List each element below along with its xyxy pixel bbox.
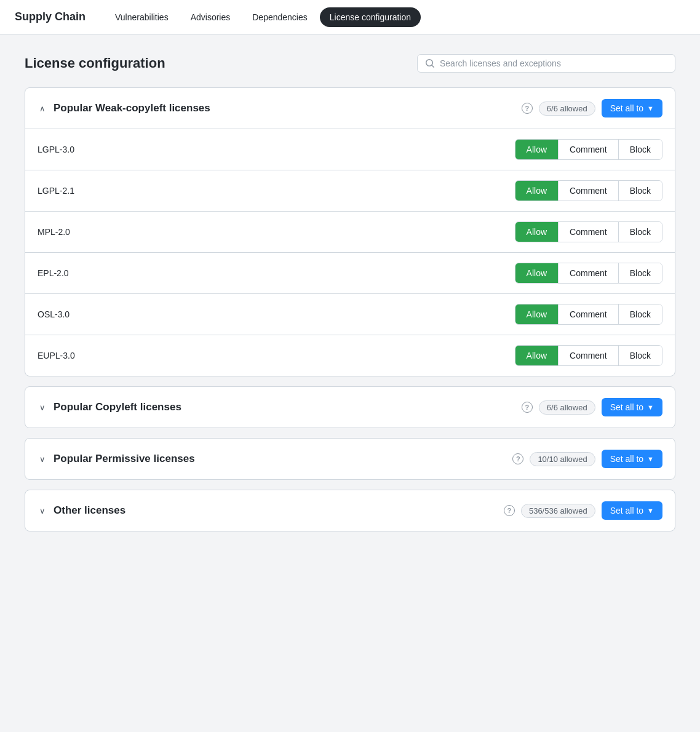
badge-permissive: 10/10 allowed bbox=[530, 452, 595, 466]
nav-link-dependencies[interactable]: Dependencies bbox=[242, 7, 317, 27]
help-icon-permissive[interactable]: ? bbox=[512, 453, 523, 464]
license-name: MPL-2.0 bbox=[38, 227, 70, 237]
action-group: AllowCommentBlock bbox=[515, 263, 662, 284]
comment-button[interactable]: Comment bbox=[559, 140, 619, 159]
chevron-down-icon[interactable]: ∨ bbox=[38, 455, 47, 464]
help-icon-copyleft[interactable]: ? bbox=[522, 402, 533, 413]
section-name-copyleft: Popular Copyleft licenses bbox=[54, 401, 515, 413]
section-card-copyleft: ∨Popular Copyleft licenses?6/6 allowedSe… bbox=[25, 386, 675, 428]
action-group: AllowCommentBlock bbox=[515, 221, 662, 242]
block-button[interactable]: Block bbox=[619, 346, 662, 365]
allow-button[interactable]: Allow bbox=[515, 346, 559, 365]
chevron-up-icon[interactable]: ∧ bbox=[38, 104, 47, 113]
dropdown-arrow-copyleft: ▼ bbox=[647, 404, 654, 411]
section-header-permissive: ∨Popular Permissive licenses?10/10 allow… bbox=[25, 439, 675, 479]
section-card-weak-copyleft: ∧Popular Weak-copyleft licenses?6/6 allo… bbox=[25, 87, 675, 376]
topbar: Supply Chain VulnerabilitiesAdvisoriesDe… bbox=[0, 0, 700, 34]
license-row: OSL-3.0AllowCommentBlock bbox=[25, 294, 675, 335]
page-header: License configuration bbox=[25, 54, 675, 73]
license-row: LGPL-2.1AllowCommentBlock bbox=[25, 170, 675, 212]
section-name-weak-copyleft: Popular Weak-copyleft licenses bbox=[54, 102, 515, 114]
chevron-down-icon[interactable]: ∨ bbox=[38, 506, 47, 515]
action-group: AllowCommentBlock bbox=[515, 345, 662, 366]
license-name: EUPL-3.0 bbox=[38, 351, 75, 360]
license-row: EPL-2.0AllowCommentBlock bbox=[25, 253, 675, 294]
search-input[interactable] bbox=[440, 58, 667, 68]
dropdown-arrow-permissive: ▼ bbox=[647, 455, 654, 463]
block-button[interactable]: Block bbox=[619, 263, 662, 283]
section-name-permissive: Popular Permissive licenses bbox=[54, 453, 506, 465]
comment-button[interactable]: Comment bbox=[559, 181, 619, 201]
block-button[interactable]: Block bbox=[619, 304, 662, 324]
badge-other: 536/536 allowed bbox=[521, 504, 595, 518]
allow-button[interactable]: Allow bbox=[515, 140, 559, 159]
search-icon bbox=[425, 58, 435, 68]
block-button[interactable]: Block bbox=[619, 181, 662, 201]
set-all-button-copyleft[interactable]: Set all to ▼ bbox=[602, 398, 662, 416]
block-button[interactable]: Block bbox=[619, 222, 662, 242]
license-row: MPL-2.0AllowCommentBlock bbox=[25, 212, 675, 253]
allow-button[interactable]: Allow bbox=[515, 181, 559, 201]
app-title: Supply Chain bbox=[15, 10, 86, 23]
page-container: License configuration ∧Popular Weak-copy… bbox=[0, 34, 700, 561]
section-header-copyleft: ∨Popular Copyleft licenses?6/6 allowedSe… bbox=[25, 387, 675, 428]
action-group: AllowCommentBlock bbox=[515, 139, 662, 160]
allow-button[interactable]: Allow bbox=[515, 222, 559, 242]
license-name: OSL-3.0 bbox=[38, 309, 70, 319]
section-header-other: ∨Other licenses?536/536 allowedSet all t… bbox=[25, 490, 675, 531]
comment-button[interactable]: Comment bbox=[559, 222, 619, 242]
license-name: LGPL-2.1 bbox=[38, 186, 74, 196]
nav-link-advisories[interactable]: Advisories bbox=[181, 7, 241, 27]
license-row: EUPL-3.0AllowCommentBlock bbox=[25, 335, 675, 376]
allow-button[interactable]: Allow bbox=[515, 304, 559, 324]
allow-button[interactable]: Allow bbox=[515, 263, 559, 283]
sections-container: ∧Popular Weak-copyleft licenses?6/6 allo… bbox=[25, 87, 675, 531]
help-icon-weak-copyleft[interactable]: ? bbox=[522, 103, 533, 114]
search-box bbox=[417, 54, 675, 73]
set-all-button-weak-copyleft[interactable]: Set all to ▼ bbox=[602, 99, 662, 117]
help-icon-other[interactable]: ? bbox=[504, 505, 515, 516]
section-card-permissive: ∨Popular Permissive licenses?10/10 allow… bbox=[25, 438, 675, 480]
dropdown-arrow-other: ▼ bbox=[647, 507, 654, 514]
section-header-weak-copyleft: ∧Popular Weak-copyleft licenses?6/6 allo… bbox=[25, 88, 675, 129]
license-row: LGPL-3.0AllowCommentBlock bbox=[25, 129, 675, 170]
license-name: LGPL-3.0 bbox=[38, 145, 74, 154]
comment-button[interactable]: Comment bbox=[559, 304, 619, 324]
nav-link-license-config[interactable]: License configuration bbox=[320, 7, 421, 27]
comment-button[interactable]: Comment bbox=[559, 346, 619, 365]
nav-links: VulnerabilitiesAdvisoriesDependenciesLic… bbox=[105, 7, 421, 27]
nav-link-vulnerabilities[interactable]: Vulnerabilities bbox=[105, 7, 178, 27]
dropdown-arrow-weak-copyleft: ▼ bbox=[647, 105, 654, 112]
license-name: EPL-2.0 bbox=[38, 268, 69, 278]
section-card-other: ∨Other licenses?536/536 allowedSet all t… bbox=[25, 490, 675, 531]
action-group: AllowCommentBlock bbox=[515, 180, 662, 201]
page-title: License configuration bbox=[25, 55, 165, 71]
comment-button[interactable]: Comment bbox=[559, 263, 619, 283]
chevron-down-icon[interactable]: ∨ bbox=[38, 403, 47, 412]
section-name-other: Other licenses bbox=[54, 504, 498, 517]
action-group: AllowCommentBlock bbox=[515, 304, 662, 325]
badge-weak-copyleft: 6/6 allowed bbox=[539, 101, 595, 116]
badge-copyleft: 6/6 allowed bbox=[539, 400, 595, 415]
set-all-button-permissive[interactable]: Set all to ▼ bbox=[602, 450, 662, 468]
block-button[interactable]: Block bbox=[619, 140, 662, 159]
set-all-button-other[interactable]: Set all to ▼ bbox=[602, 501, 662, 520]
